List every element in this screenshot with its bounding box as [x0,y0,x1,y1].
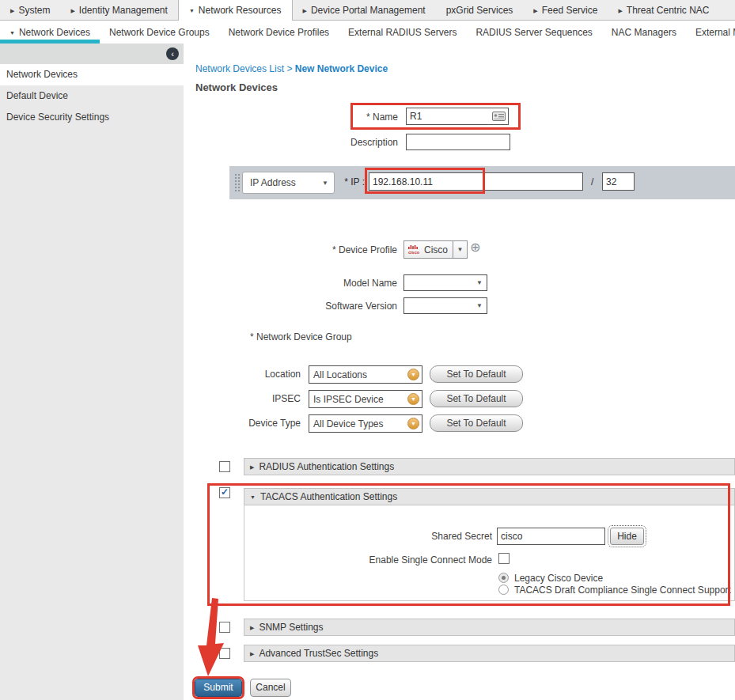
device-profile-label: * Device Profile [293,244,397,255]
drag-handle-icon[interactable] [234,173,241,192]
chevron-down-circle-icon: ▼ [407,369,419,380]
tab-label: External MDM [695,27,735,38]
radius-settings-section-header[interactable]: RADIUS Authentication Settings [244,458,735,475]
tab-radius-server-sequences[interactable]: RADIUS Server Sequences [466,21,601,44]
tab-nac-managers[interactable]: NAC Managers [602,21,686,44]
menu-label: pxGrid Services [446,5,513,16]
radius-settings-checkbox[interactable] [219,461,230,472]
menu-label: System [18,5,50,16]
software-version-dropdown[interactable]: ▼ [403,297,487,314]
triangle-right-icon [250,622,254,632]
ipsec-dropdown[interactable]: Is IPSEC Device ▼ [309,390,422,408]
shared-secret-input[interactable] [497,528,605,545]
breadcrumb-current: New Network Device [295,63,388,74]
chevron-down-icon[interactable]: ▼ [453,241,467,258]
menu-label: Network Resources [199,5,282,16]
tab-external-mdm[interactable]: External MDM [686,21,735,44]
top-menubar: System Identity Management Network Resou… [0,0,735,21]
menu-network-resources[interactable]: Network Resources [178,0,293,21]
chevron-down-circle-icon: ▼ [407,418,419,429]
breadcrumb-separator: > [286,63,292,74]
ip-input[interactable] [369,172,583,191]
legacy-cisco-radio[interactable] [498,573,509,583]
triangle-right-icon [618,6,622,15]
menu-pxgrid-services[interactable]: pxGrid Services [436,0,524,20]
tacacs-draft-radio-label: TACACS Draft Compliance Single Connect S… [514,585,731,596]
tab-label: External RADIUS Servers [348,27,457,38]
annotation-arrow [188,598,244,678]
tab-network-devices[interactable]: Network Devices [0,21,100,44]
tacacs-settings-checkbox[interactable] [219,487,230,498]
triangle-right-icon [303,6,307,15]
single-connect-checkbox[interactable] [498,553,510,564]
mask-input[interactable] [602,172,635,191]
tab-external-radius-servers[interactable]: External RADIUS Servers [339,21,466,44]
device-type-set-default-button[interactable]: Set To Default [430,414,523,432]
section-title: SNMP Settings [259,622,323,633]
menu-identity-management[interactable]: Identity Management [60,0,177,20]
mask-separator: / [591,176,593,187]
breadcrumb-link-network-devices-list[interactable]: Network Devices List [195,63,284,74]
trustsec-settings-checkbox[interactable] [219,648,230,659]
location-label: Location [229,369,301,380]
tab-network-device-profiles[interactable]: Network Device Profiles [219,21,339,44]
sidebar-header: ‹ [0,44,184,64]
address-type-value: IP Address [243,177,322,188]
device-profile-dropdown[interactable]: cisco Cisco ▼ [403,240,468,259]
target-icon[interactable]: ⊕ [470,241,480,254]
tab-label: Network Devices [19,27,90,38]
legacy-cisco-radio-label: Legacy Cisco Device [514,573,603,584]
tab-label: Network Device Profiles [229,27,329,38]
tacacs-draft-radio[interactable] [498,585,509,595]
snmp-settings-checkbox[interactable] [219,622,230,633]
ipsec-value: Is IPSEC Device [309,394,407,405]
chevron-down-circle-icon: ▼ [407,393,419,405]
ise-network-device-page: System Identity Management Network Resou… [0,0,735,700]
menu-feed-service[interactable]: Feed Service [523,0,608,20]
menu-device-portal-management[interactable]: Device Portal Management [293,0,436,20]
triangle-right-icon [10,6,14,15]
sidebar-item-device-security-settings[interactable]: Device Security Settings [0,107,184,128]
sidebar-item-network-devices[interactable]: Network Devices [0,64,184,85]
ipsec-set-default-button[interactable]: Set To Default [430,390,523,407]
shared-secret-label: Shared Secret [364,531,492,542]
trustsec-settings-section-header[interactable]: Advanced TrustSec Settings [244,645,735,662]
collapse-sidebar-button[interactable]: ‹ [166,47,179,60]
description-input[interactable] [406,134,510,150]
tab-label: Network Device Groups [109,27,210,38]
section-title: Advanced TrustSec Settings [259,648,378,659]
triangle-down-icon [9,28,15,37]
triangle-right-icon [533,6,537,15]
location-dropdown[interactable]: All Locations ▼ [309,365,422,384]
tacacs-settings-section-header[interactable]: TACACS Authentication Settings [244,488,735,505]
sidebar-item-default-device[interactable]: Default Device [0,85,184,107]
page-title: Network Devices [195,81,278,93]
menu-system[interactable]: System [0,0,60,20]
menu-label: Identity Management [79,5,168,16]
snmp-settings-section-header[interactable]: SNMP Settings [244,619,735,636]
triangle-down-icon [189,6,195,15]
device-profile-value: Cisco [424,244,448,255]
section-title: TACACS Authentication Settings [260,491,397,502]
menu-threat-centric-nac[interactable]: Threat Centric NAC [608,0,719,20]
triangle-right-icon [70,6,74,15]
network-device-group-header: * Network Device Group [250,331,352,342]
submit-button[interactable]: Submit [195,679,242,697]
ip-label: * IP : [323,176,365,187]
location-set-default-button[interactable]: Set To Default [430,365,523,383]
model-name-label: Model Name [301,278,397,289]
menu-label: Feed Service [542,5,598,16]
single-connect-label: Enable Single Connect Mode [316,554,492,566]
model-name-dropdown[interactable]: ▼ [403,274,487,291]
cancel-button[interactable]: Cancel [250,679,291,697]
triangle-down-icon [250,492,256,501]
hide-secret-button[interactable]: Hide [610,528,644,545]
name-label: * Name [354,112,398,123]
address-type-dropdown[interactable]: IP Address ▼ [242,172,335,194]
menu-label: Threat Centric NAC [627,5,710,16]
sidebar: ‹ Network Devices Default Device Device … [0,44,184,700]
tab-network-device-groups[interactable]: Network Device Groups [100,21,219,44]
device-type-dropdown[interactable]: All Device Types ▼ [309,414,422,433]
chevron-left-icon: ‹ [171,50,174,59]
description-label: Description [332,137,398,148]
